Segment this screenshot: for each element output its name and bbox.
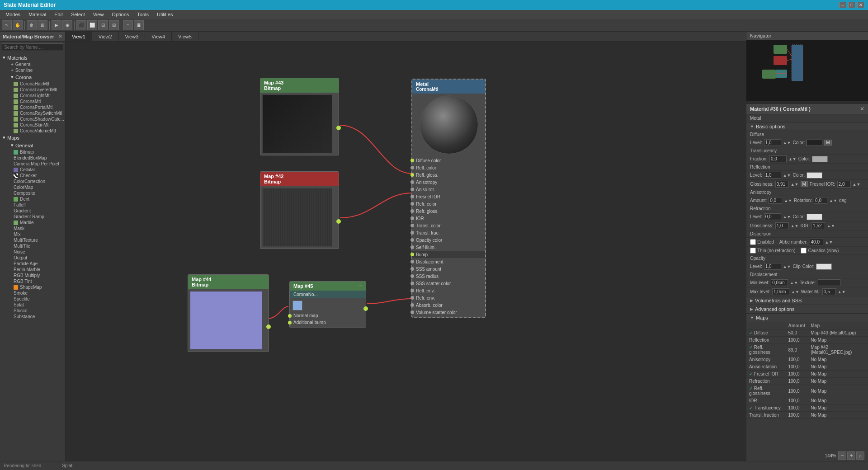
minimize-button[interactable]: ─ xyxy=(839,2,846,8)
maps-translucency-map[interactable]: No Map xyxy=(808,404,868,412)
item-checker[interactable]: Checker xyxy=(0,173,65,179)
maps-aniso-rotation-check[interactable]: Aniso rotation xyxy=(746,363,785,371)
tool-delete[interactable]: 🗑 xyxy=(27,20,37,30)
refl-color-swatch[interactable] xyxy=(807,172,822,179)
zoom-search-button[interactable]: ⌕ xyxy=(856,451,864,460)
fresnel-ior-spin-icon[interactable]: ▲▼ xyxy=(853,182,861,187)
transl-frac-dot[interactable] xyxy=(410,231,414,235)
section-volumetrics[interactable]: ▶ Volumetrics and SSS xyxy=(746,296,868,305)
maps-ior-map[interactable]: No Map xyxy=(808,397,868,404)
tool-layout[interactable]: ⊞ xyxy=(109,20,119,30)
output-fresnel-ior[interactable]: Fresnel IOR xyxy=(412,193,485,200)
item-particleage[interactable]: Particle Age xyxy=(0,261,65,267)
aniso-amount-input[interactable] xyxy=(769,197,782,204)
item-colormap[interactable]: ColorMap xyxy=(0,184,65,190)
output-displacement[interactable]: Displacement xyxy=(412,258,485,265)
output-refr-gloss[interactable]: Refr. gloss. xyxy=(412,207,485,215)
texture-input[interactable] xyxy=(818,279,840,286)
node-map42[interactable]: Map #42Bitmap xyxy=(260,171,339,249)
maps-row-reflection[interactable]: Reflection 100,0 No Map xyxy=(746,337,868,344)
item-output[interactable]: Output xyxy=(0,255,65,261)
item-coronalightmtl[interactable]: CoronaLightMtl xyxy=(0,93,65,99)
output-ior[interactable]: IOR xyxy=(412,215,485,222)
abbe-input[interactable] xyxy=(810,239,823,245)
abbe-spin[interactable]: ▲▼ xyxy=(825,240,833,244)
item-mask[interactable]: Mask xyxy=(0,226,65,231)
opacity-color-swatch[interactable] xyxy=(816,263,832,270)
output-refr-env[interactable]: Refr. env. xyxy=(412,294,485,301)
maps-refl-gloss2-map[interactable]: No Map xyxy=(808,385,868,397)
canvas-area[interactable]: Map #43Bitmap Map #42Bitmap xyxy=(66,42,746,461)
maps-row-refraction[interactable]: Refraction 100,0 No Map xyxy=(746,378,868,385)
refr-color-dot[interactable] xyxy=(410,202,414,206)
maps-row-translucency[interactable]: ✓ Translucency 100,0 No Map xyxy=(746,404,868,412)
maps-diffuse-map[interactable]: Map #43 (Metal01.jpg) xyxy=(808,329,868,337)
section-basic-options[interactable]: ▼ Basic options xyxy=(746,122,868,131)
section-maps[interactable]: ▾Maps xyxy=(0,134,65,141)
node-map45-output[interactable] xyxy=(363,306,368,311)
output-opacity-color[interactable]: Opacity color xyxy=(412,236,485,244)
props-close-icon[interactable]: ✕ xyxy=(860,106,864,112)
window-controls[interactable]: ─ □ ✕ xyxy=(839,2,864,8)
fresnel-ior-dot[interactable] xyxy=(410,195,414,198)
tool-misc2[interactable]: ≣ xyxy=(134,20,144,30)
additionalbump-input-dot[interactable] xyxy=(288,321,292,324)
maps-row-diffuse[interactable]: ✓ Diffuse 50,0 Map #43 (Metal01.jpg) xyxy=(746,329,868,337)
diffuse-m-button[interactable]: M xyxy=(824,140,831,146)
maps-row-anisotropy[interactable]: Anisotropy 100,0 No Map xyxy=(746,356,868,363)
output-refl-gloss[interactable]: Refl. gloss. xyxy=(412,171,485,179)
item-colorcorrection[interactable]: ColorCorrection xyxy=(0,179,65,184)
refl-gloss-dot[interactable] xyxy=(410,173,414,177)
absorb-color-dot[interactable] xyxy=(410,303,414,307)
item-noise[interactable]: Noise xyxy=(0,249,65,255)
tool-arrow[interactable]: ↖ xyxy=(2,20,12,30)
output-transl-color[interactable]: Transl. color xyxy=(412,222,485,229)
menu-select[interactable]: Select xyxy=(67,11,89,18)
translucency-fraction-input[interactable] xyxy=(769,155,787,162)
output-bump[interactable]: Bump xyxy=(412,251,485,258)
maps-fresnel-ior-map[interactable]: No Map xyxy=(808,371,868,378)
node-metal-minus-icon[interactable]: ─ xyxy=(477,84,481,90)
maps-refraction-check[interactable]: Refraction xyxy=(746,378,785,385)
aniso-spin-icon[interactable]: ▲▼ xyxy=(784,198,792,203)
diffuse-color-dot[interactable] xyxy=(410,159,414,162)
output-diffuse-color[interactable]: Diffuse color xyxy=(412,157,485,164)
item-shapemap[interactable]: ShapeMap xyxy=(0,284,65,290)
water-spin[interactable]: ▲▼ xyxy=(838,290,846,294)
gloss-m-btn[interactable]: M xyxy=(801,181,808,187)
section-maps-props[interactable]: ▼ Maps xyxy=(746,314,868,322)
item-dent[interactable]: Dent xyxy=(0,196,65,202)
section-corona[interactable]: ▾Corona xyxy=(0,73,65,81)
rot-spin-icon[interactable]: ▲▼ xyxy=(829,198,837,203)
item-coronaskinmtl[interactable]: CoronaSkinMtl xyxy=(0,122,65,128)
item-speckle[interactable]: Speckle xyxy=(0,296,65,302)
sss-amount-dot[interactable] xyxy=(410,267,414,271)
opacity-level-input[interactable] xyxy=(764,263,781,270)
menu-material[interactable]: Material xyxy=(25,11,50,18)
item-stucco[interactable]: Stucco xyxy=(0,308,65,314)
section-general[interactable]: + General xyxy=(0,61,65,67)
output-transl-frac[interactable]: Transl. frac. xyxy=(412,229,485,236)
transl-color-dot[interactable] xyxy=(410,224,414,227)
maps-diffuse-check[interactable]: ✓ Diffuse xyxy=(746,329,785,337)
item-coronarayswitchmtl[interactable]: CoronaRaySwitchMtl xyxy=(0,110,65,116)
output-self-illum[interactable]: Self-illum. xyxy=(412,244,485,251)
maps-refl-gloss-map[interactable]: Map #42 (Metal01_SPEC.jpg) xyxy=(808,344,868,356)
tool-assign[interactable]: ▶ xyxy=(52,20,61,30)
maps-refl-gloss2-check[interactable]: ✓ Refl. glossiness xyxy=(746,385,785,397)
ior-prop-input[interactable] xyxy=(811,222,825,229)
maps-refraction-map[interactable]: No Map xyxy=(808,378,868,385)
menu-view[interactable]: View xyxy=(90,11,108,18)
min-level-input[interactable] xyxy=(771,279,788,286)
refl-spin-icon[interactable]: ▲▼ xyxy=(783,173,791,178)
tab-view3[interactable]: View3 xyxy=(119,32,146,41)
section-scanline[interactable]: + Scanline xyxy=(0,67,65,73)
item-rgbtint[interactable]: RGB Tint xyxy=(0,278,65,284)
section-materials[interactable]: ▾ Materials xyxy=(0,54,65,61)
item-blendedboxmap[interactable]: BlendedBoxMap xyxy=(0,155,65,161)
volume-scatter-dot[interactable] xyxy=(410,310,414,314)
ior-dot[interactable] xyxy=(410,216,414,220)
normalmap-input-dot[interactable] xyxy=(288,314,292,318)
fresnel-ior-input[interactable] xyxy=(837,181,851,188)
output-refl-color[interactable]: Refl. color xyxy=(412,164,485,171)
